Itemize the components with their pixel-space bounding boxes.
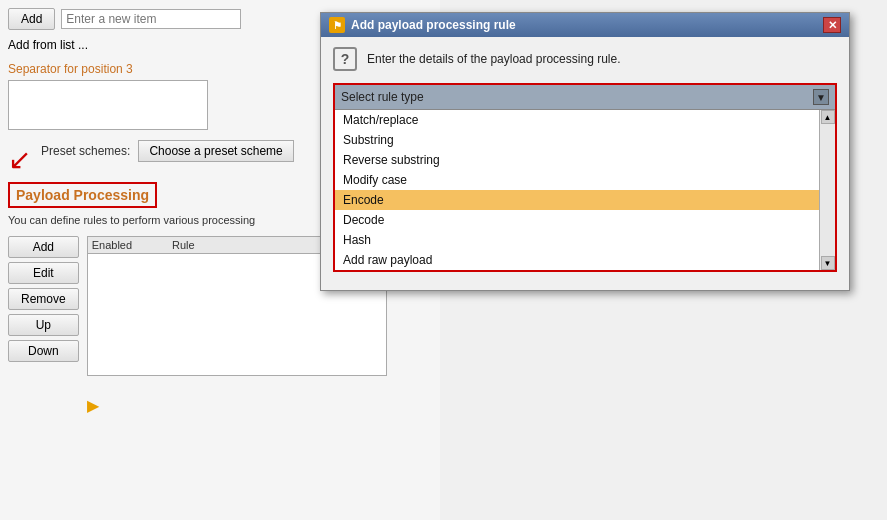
scroll-up-button[interactable]: ▲ xyxy=(821,110,835,124)
dialog-close-button[interactable]: ✕ xyxy=(823,17,841,33)
dropdown-item-modify-case[interactable]: Modify case xyxy=(335,170,819,190)
dropdown-arrow-icon: ▼ xyxy=(813,89,829,105)
rule-type-select-header[interactable]: Select rule type ▼ xyxy=(335,85,835,110)
scroll-track xyxy=(821,124,835,256)
dropdown-item-substring[interactable]: Substring xyxy=(335,130,819,150)
dropdown-scrollbar[interactable]: ▲ ▼ xyxy=(819,110,835,270)
dialog-desc-row: ? Enter the details of the payload proce… xyxy=(333,47,837,71)
scroll-down-button[interactable]: ▼ xyxy=(821,256,835,270)
dialog-title: Add payload processing rule xyxy=(351,18,516,32)
dropdown-list: Match/replace Substring Reverse substrin… xyxy=(335,110,835,270)
dropdown-item-reverse-substring[interactable]: Reverse substring xyxy=(335,150,819,170)
dropdown-placeholder: Select rule type xyxy=(341,90,424,104)
dropdown-item-encode[interactable]: Encode xyxy=(335,190,819,210)
dropdown-item-match-replace[interactable]: Match/replace xyxy=(335,110,819,130)
dropdown-item-hash[interactable]: Hash xyxy=(335,230,819,250)
dialog-titlebar: ⚑ Add payload processing rule ✕ xyxy=(321,13,849,37)
dropdown-item-decode[interactable]: Decode xyxy=(335,210,819,230)
add-processing-rule-dialog: ⚑ Add payload processing rule ✕ ? Enter … xyxy=(320,12,850,291)
question-mark-icon: ? xyxy=(333,47,357,71)
dialog-titlebar-left: ⚑ Add payload processing rule xyxy=(329,17,516,33)
dialog-overlay: ➤ ⚑ Add payload processing rule ✕ ? Ente… xyxy=(0,0,887,520)
dialog-title-icon: ⚑ xyxy=(329,17,345,33)
dialog-description: Enter the details of the payload process… xyxy=(367,52,621,66)
dropdown-item-add-raw-payload[interactable]: Add raw payload xyxy=(335,250,819,270)
dialog-body: ? Enter the details of the payload proce… xyxy=(321,37,849,290)
rule-type-dropdown-container: Select rule type ▼ Match/replace Substri… xyxy=(333,83,837,272)
